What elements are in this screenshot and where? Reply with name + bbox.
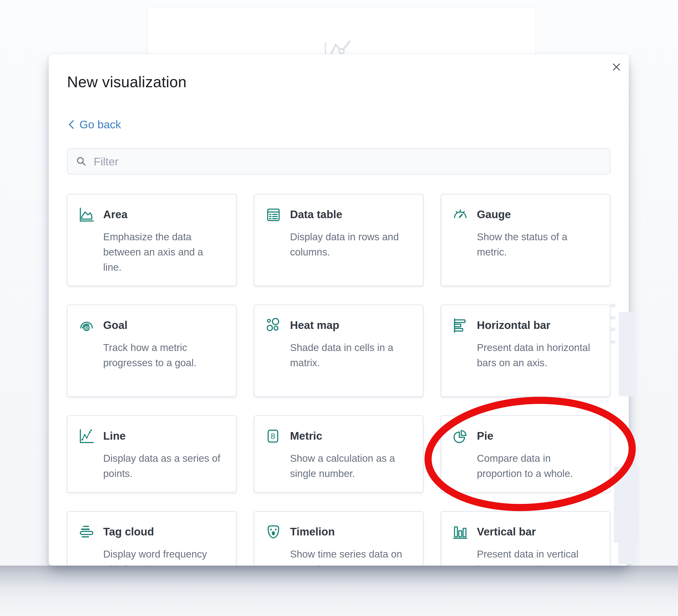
data-table-icon bbox=[265, 206, 282, 223]
card-title: Timelion bbox=[290, 525, 410, 538]
close-icon[interactable] bbox=[610, 61, 623, 73]
faded-chart-fragment bbox=[610, 304, 615, 308]
card-title: Vertical bar bbox=[477, 525, 597, 538]
filter-input[interactable] bbox=[93, 149, 610, 174]
metric-icon: 8 bbox=[265, 428, 282, 445]
card-title: Data table bbox=[290, 208, 410, 221]
card-desc: Display word frequency with font size. bbox=[103, 547, 223, 566]
card-title: Horizontal bar bbox=[477, 319, 597, 332]
card-title: Gauge bbox=[477, 208, 597, 221]
goal-card[interactable]: 8 Goal Track how a metric progresses to … bbox=[67, 305, 236, 397]
pie-icon bbox=[452, 428, 469, 445]
tag-cloud-card[interactable]: Tag cloud Display word frequency with fo… bbox=[67, 511, 236, 566]
heat-map-icon bbox=[265, 317, 282, 334]
card-title: Area bbox=[103, 208, 223, 221]
card-desc: Compare data in proportion to a whole. bbox=[477, 451, 597, 481]
timelion-icon bbox=[265, 524, 282, 541]
card-title: Tag cloud bbox=[103, 525, 223, 538]
go-back-link[interactable]: Go back bbox=[67, 118, 121, 131]
svg-text:8: 8 bbox=[271, 432, 275, 440]
card-desc: Show time series data on a graph. bbox=[290, 547, 410, 566]
card-title: Line bbox=[103, 429, 223, 442]
metric-card[interactable]: 8 Metric Show a calculation as a single … bbox=[254, 415, 423, 493]
card-desc: Show the status of a metric. bbox=[477, 229, 597, 260]
timelion-card[interactable]: Timelion Show time series data on a grap… bbox=[254, 511, 423, 566]
card-desc: Emphasize the data between an axis and a… bbox=[103, 229, 223, 275]
filter-field bbox=[67, 148, 610, 175]
new-visualization-modal: New visualization Go back bbox=[49, 54, 629, 566]
tag-cloud-icon bbox=[78, 524, 95, 541]
card-desc: Present data in horizontal bars on an ax… bbox=[477, 340, 597, 371]
faded-chart-fragment bbox=[610, 316, 615, 319]
page-title: New visualization bbox=[67, 73, 187, 91]
go-back-label: Go back bbox=[79, 118, 121, 131]
search-icon bbox=[76, 156, 87, 167]
faded-chart-fragment bbox=[610, 340, 615, 344]
card-title: Pie bbox=[477, 429, 597, 442]
card-desc: Present data in vertical bars on an axis… bbox=[477, 547, 597, 566]
vertical-bar-card[interactable]: Vertical bar Present data in vertical ba… bbox=[441, 511, 610, 566]
faded-chart-fragment bbox=[618, 312, 636, 396]
horizontal-bar-icon bbox=[452, 317, 469, 334]
visualization-type-grid: Area Emphasize the data between an axis … bbox=[67, 194, 610, 566]
svg-text:8: 8 bbox=[85, 325, 88, 331]
chevron-left-icon bbox=[67, 119, 75, 130]
card-title: Heat map bbox=[290, 319, 410, 332]
area-icon bbox=[78, 206, 95, 223]
card-desc: Track how a metric progresses to a goal. bbox=[103, 340, 223, 371]
gauge-icon bbox=[452, 206, 469, 223]
goal-icon: 8 bbox=[78, 317, 95, 334]
faded-chart-fragment bbox=[618, 513, 635, 564]
card-desc: Shade data in cells in a matrix. bbox=[290, 340, 410, 371]
data-table-card[interactable]: Data table Display data in rows and colu… bbox=[254, 194, 423, 286]
card-desc: Display data as a series of points. bbox=[103, 451, 223, 481]
gauge-card[interactable]: Gauge Show the status of a metric. bbox=[441, 194, 610, 286]
modal-drop-shadow bbox=[0, 566, 678, 616]
card-title: Metric bbox=[290, 429, 410, 442]
card-desc: Display data in rows and columns. bbox=[290, 229, 410, 260]
line-card[interactable]: Line Display data as a series of points. bbox=[67, 415, 236, 493]
card-desc: Show a calculation as a single number. bbox=[290, 451, 410, 481]
line-icon bbox=[78, 428, 95, 445]
card-title: Goal bbox=[103, 319, 223, 332]
pie-card[interactable]: Pie Compare data in proportion to a whol… bbox=[441, 415, 610, 493]
area-card[interactable]: Area Emphasize the data between an axis … bbox=[67, 194, 236, 286]
vertical-bar-icon bbox=[452, 524, 469, 541]
faded-chart-fragment bbox=[610, 328, 615, 331]
heat-map-card[interactable]: Heat map Shade data in cells in a matrix… bbox=[254, 305, 423, 397]
horizontal-bar-card[interactable]: Horizontal bar Present data in horizonta… bbox=[441, 305, 610, 397]
